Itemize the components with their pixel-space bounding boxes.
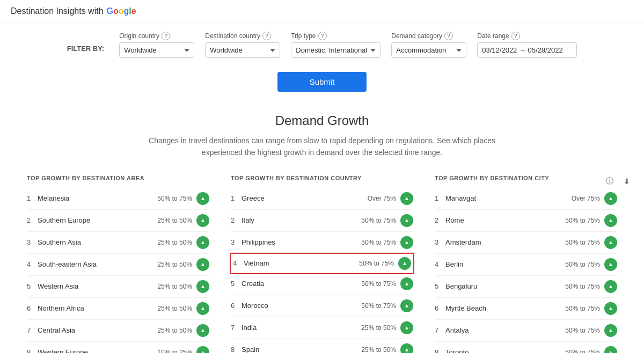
list-item: 5 Croatia 50% to 75% [231, 273, 413, 295]
list-pct: 50% to 75% [565, 349, 600, 353]
list-pct: 10% to 25% [157, 349, 192, 353]
list-name: Western Asia [38, 282, 157, 290]
list-rank: 1 [435, 194, 445, 202]
list-rank: 5 [27, 282, 38, 290]
list-pct: 25% to 50% [157, 327, 192, 334]
city-list-title: TOP GROWTH BY DESTINATION CITY [435, 175, 617, 181]
date-range-label: Date range ? [477, 32, 577, 40]
trend-up-icon [196, 214, 209, 227]
trend-up-icon [604, 258, 617, 271]
trip-type-select[interactable]: Domestic, International [291, 42, 380, 58]
list-item: 2 Italy 50% to 75% [231, 210, 413, 232]
list-name: Melanesia [38, 194, 157, 202]
trend-up-icon [196, 258, 209, 271]
country-list-rows: 1 Greece Over 75% 2 Italy 50% to 75% 3 P… [231, 188, 413, 353]
list-name: Rome [445, 216, 565, 224]
filter-label: FILTER BY: [67, 45, 105, 53]
submit-row: Submit [0, 67, 644, 102]
list-pct: 50% to 75% [361, 302, 396, 310]
list-pct: 50% to 75% [565, 261, 600, 268]
list-rank: 1 [231, 194, 241, 202]
list-item: 4 Vietnam 50% to 75% [230, 253, 414, 274]
download-icon[interactable]: ⬇ [620, 175, 633, 188]
list-item: 8 Spain 25% to 50% [231, 339, 413, 353]
list-pct: 25% to 50% [157, 283, 192, 290]
list-name: Vietnam [244, 259, 359, 267]
list-pct: 50% to 75% [565, 217, 600, 224]
list-name: Philippines [241, 238, 361, 246]
list-pct: 50% to 75% [565, 239, 600, 246]
list-rank: 2 [27, 216, 38, 224]
list-item: 3 Philippines 50% to 75% [231, 232, 413, 254]
list-item: 1 Melanesia 50% to 75% [27, 188, 209, 210]
demand-category-select[interactable]: Accommodation [391, 42, 466, 58]
list-name: Myrtle Beach [445, 304, 565, 312]
list-rank: 4 [27, 260, 38, 268]
list-item: 2 Southern Europe 25% to 50% [27, 210, 209, 232]
trend-up-icon [400, 343, 413, 353]
destination-area-list: TOP GROWTH BY DESTINATION AREA 1 Melanes… [27, 175, 209, 353]
trend-up-icon [400, 236, 413, 249]
list-item: 7 India 25% to 50% [231, 317, 413, 339]
help-icon[interactable]: ⓘ [603, 175, 616, 188]
list-name: Antalya [445, 326, 565, 334]
list-pct: 50% to 75% [361, 239, 396, 246]
trend-up-icon [604, 214, 617, 227]
list-item: 1 Greece Over 75% [231, 188, 413, 210]
trend-up-icon [400, 299, 413, 312]
trend-up-icon [196, 346, 209, 353]
trend-up-icon [196, 192, 209, 205]
trend-up-icon [604, 192, 617, 205]
section-description: Changes in travel destinations can range… [134, 135, 510, 159]
top-icons: ⓘ ⬇ [603, 175, 633, 188]
app-title: Destination Insights with Google [11, 6, 136, 16]
list-name: Croatia [241, 280, 361, 288]
origin-country-help-icon[interactable]: ? [162, 32, 170, 40]
trip-type-label: Trip type ? [291, 32, 380, 40]
date-range-group: Date range ? [477, 32, 577, 58]
trend-up-icon [398, 257, 411, 270]
destination-city-list: TOP GROWTH BY DESTINATION CITY 1 Manavga… [435, 175, 617, 353]
list-pct: 25% to 50% [361, 324, 396, 332]
list-rank: 6 [435, 304, 445, 312]
destination-country-select[interactable]: Worldwide [205, 42, 280, 58]
title-prefix: Destination Insights with [11, 6, 104, 16]
trend-up-icon [400, 214, 413, 227]
lists-container: ⓘ ⬇ TOP GROWTH BY DESTINATION AREA 1 Mel… [0, 175, 644, 353]
list-rank: 6 [231, 301, 241, 310]
list-item: 2 Rome 50% to 75% [435, 210, 617, 232]
date-range-help-icon[interactable]: ? [511, 32, 520, 40]
date-range-input[interactable] [477, 42, 577, 58]
list-name: Amsterdam [445, 238, 565, 246]
demand-category-help-icon[interactable]: ? [444, 32, 453, 40]
list-rank: 8 [435, 348, 445, 353]
trend-up-icon [400, 192, 413, 205]
destination-country-group: Destination country ? Worldwide [205, 32, 280, 58]
list-name: Southern Europe [38, 216, 157, 224]
list-rank: 2 [435, 216, 445, 224]
list-pct: 50% to 75% [565, 327, 600, 334]
trend-up-icon [400, 321, 413, 334]
list-rank: 1 [27, 194, 38, 202]
list-name: Toronto [445, 348, 565, 353]
list-rank: 7 [231, 323, 241, 332]
list-pct: 25% to 50% [157, 239, 192, 246]
list-item: 1 Manavgat Over 75% [435, 188, 617, 210]
list-item: 7 Central Asia 25% to 50% [27, 320, 209, 342]
destination-country-help-icon[interactable]: ? [262, 32, 271, 40]
trip-type-help-icon[interactable]: ? [318, 32, 327, 40]
section-title: Demand Growth [0, 113, 644, 128]
list-name: South-eastern Asia [38, 260, 157, 268]
list-pct: 25% to 50% [157, 261, 192, 268]
trend-up-icon [604, 302, 617, 315]
list-pct: 50% to 75% [361, 217, 396, 224]
trend-up-icon [196, 302, 209, 315]
destination-country-label: Destination country ? [205, 32, 280, 40]
list-pct: 25% to 50% [157, 217, 192, 224]
list-item: 6 Myrtle Beach 50% to 75% [435, 298, 617, 320]
list-pct: 50% to 75% [565, 283, 600, 290]
submit-button[interactable]: Submit [277, 72, 367, 92]
origin-country-select[interactable]: Worldwide [119, 42, 194, 58]
list-pct: Over 75% [572, 195, 600, 202]
list-pct: 50% to 75% [565, 305, 600, 312]
